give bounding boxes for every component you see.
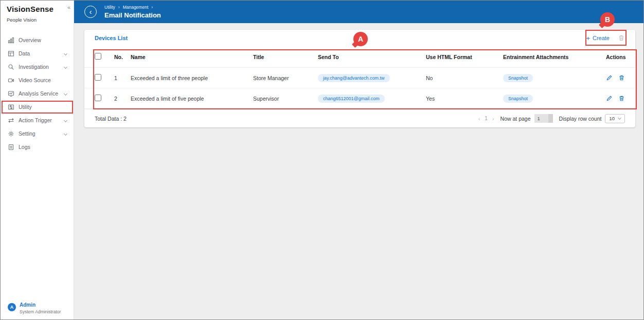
chevron-down-icon <box>64 51 67 55</box>
brand: VisionSense « People Vision <box>1 1 74 23</box>
row-count-select[interactable]: 10 <box>605 114 625 123</box>
col-use-html-format: Use HTML Format <box>426 54 503 60</box>
sidebar-item-utility[interactable]: Utility <box>1 100 74 114</box>
select-chevron-icon <box>618 116 621 120</box>
sidebar-item-analysis-service[interactable]: Analysis Service <box>1 87 74 100</box>
sidebar-item-label: Setting <box>19 130 35 137</box>
logs-icon <box>8 144 14 150</box>
sidebar-item-label: Logs <box>19 144 30 150</box>
now-at-page-label: Now at page <box>500 116 531 122</box>
user-role: System Administrator <box>20 309 61 314</box>
send-to-chip: jay.chang@advantech.com.tw <box>318 74 390 82</box>
cell-no: 1 <box>114 75 131 81</box>
table-row: 1 Exceeded a limit of three people Store… <box>84 68 635 88</box>
app-subtitle: People Vision <box>7 17 68 23</box>
total-data-label: Total Data : 2 <box>95 116 127 122</box>
edit-icon[interactable] <box>606 74 613 81</box>
create-button[interactable]: + Create <box>586 35 610 42</box>
chevron-down-icon <box>64 118 67 122</box>
sidebar-item-label: Overview <box>19 37 41 43</box>
overview-icon <box>8 37 14 44</box>
select-all-checkbox[interactable] <box>95 53 101 60</box>
col-title: Title <box>253 54 318 60</box>
sidebar-item-label: Action Trigger <box>19 117 52 123</box>
settings-icon <box>8 130 14 137</box>
cell-name: Exceeded a limit of five people <box>131 96 253 102</box>
page-title: Email Notification <box>104 11 161 19</box>
attachment-chip: Snapshot <box>503 95 533 103</box>
breadcrumb-utility[interactable]: Utility <box>104 5 115 10</box>
action-trigger-icon <box>8 117 14 124</box>
cell-use-html-format: No <box>426 75 503 81</box>
sidebar-item-video-source[interactable]: Video Source <box>1 73 74 87</box>
back-icon: ‹ <box>90 8 92 15</box>
row-count-value: 10 <box>609 116 615 121</box>
sidebar-item-overview[interactable]: Overview <box>1 33 74 47</box>
card-title: Devices List <box>95 35 128 41</box>
chevron-down-icon <box>64 131 67 135</box>
collapse-sidebar-icon[interactable]: « <box>67 4 70 10</box>
sidebar-item-setting[interactable]: Setting <box>1 127 74 140</box>
user-profile[interactable]: A Admin System Administrator <box>1 298 74 319</box>
utility-icon <box>8 104 14 110</box>
page-input[interactable]: 1 <box>534 114 553 123</box>
table-row: 2 Exceeded a limit of five people Superv… <box>84 88 635 109</box>
main-content: Devices List + Create No. Name Title S <box>74 23 643 319</box>
breadcrumb-management[interactable]: Management <box>123 5 149 10</box>
sidebar-nav: Overview Data Investigation Video Source… <box>1 33 74 154</box>
col-actions: Actions <box>606 54 626 60</box>
chevron-down-icon <box>64 91 67 95</box>
col-name: Name <box>131 54 253 60</box>
sidebar: VisionSense « People Vision Overview Dat… <box>1 1 74 319</box>
cell-title: Store Manager <box>253 75 318 81</box>
devices-list-card: Devices List + Create No. Name Title S <box>84 30 635 127</box>
col-send-to: Send To <box>318 54 426 60</box>
prev-page-icon[interactable]: ‹ <box>478 116 480 122</box>
plus-icon: + <box>586 35 590 42</box>
table-header-row: No. Name Title Send To Use HTML Format E… <box>84 46 635 68</box>
row-checkbox[interactable] <box>95 74 101 81</box>
cell-title: Supervisor <box>253 96 318 102</box>
breadcrumb-separator: › <box>118 5 120 10</box>
breadcrumb: Utility › Management › <box>104 5 161 10</box>
top-bar: ‹ Utility › Management › Email Notificat… <box>74 1 643 23</box>
bulk-delete-icon[interactable] <box>618 34 625 42</box>
app-title: VisionSense <box>7 5 68 13</box>
col-entrainment-attachments: Entrainment Attachments <box>503 54 606 60</box>
sidebar-item-investigation[interactable]: Investigation <box>1 60 74 73</box>
breadcrumb-separator: › <box>151 5 153 10</box>
analysis-icon <box>8 90 14 97</box>
col-no: No. <box>114 54 131 60</box>
pagination: ‹ 1 › <box>478 116 494 122</box>
display-row-count-label: Display row count <box>559 116 602 122</box>
sidebar-item-label: Utility <box>19 104 32 110</box>
sidebar-item-logs[interactable]: Logs <box>1 140 74 154</box>
cell-name: Exceeded a limit of three people <box>131 75 253 81</box>
sidebar-item-action-trigger[interactable]: Action Trigger <box>1 114 74 127</box>
row-checkbox[interactable] <box>95 95 101 101</box>
avatar: A <box>8 303 16 311</box>
sidebar-item-label: Data <box>19 50 30 57</box>
next-page-icon[interactable]: › <box>492 116 494 122</box>
video-icon <box>8 77 14 84</box>
delete-icon[interactable] <box>618 74 625 81</box>
send-to-chip: chang6512001@gmail.com <box>318 95 385 103</box>
edit-icon[interactable] <box>606 95 613 102</box>
delete-icon[interactable] <box>618 95 625 102</box>
back-button[interactable]: ‹ <box>84 6 97 18</box>
cell-no: 2 <box>114 96 131 102</box>
chevron-down-icon <box>64 65 67 68</box>
create-button-label: Create <box>593 35 610 41</box>
attachment-chip: Snapshot <box>503 74 533 82</box>
sidebar-item-label: Video Source <box>19 77 51 83</box>
search-icon <box>8 64 14 70</box>
cell-use-html-format: Yes <box>426 96 503 102</box>
table-footer: Total Data : 2 ‹ 1 › Now at page 1 Displ… <box>84 109 635 127</box>
sidebar-item-label: Investigation <box>19 64 49 70</box>
data-icon <box>8 50 14 57</box>
sidebar-item-label: Analysis Service <box>19 90 58 97</box>
sidebar-item-data[interactable]: Data <box>1 47 74 60</box>
user-name: Admin <box>20 302 61 308</box>
app-window: VisionSense « People Vision Overview Dat… <box>0 0 644 320</box>
current-page[interactable]: 1 <box>485 116 488 121</box>
